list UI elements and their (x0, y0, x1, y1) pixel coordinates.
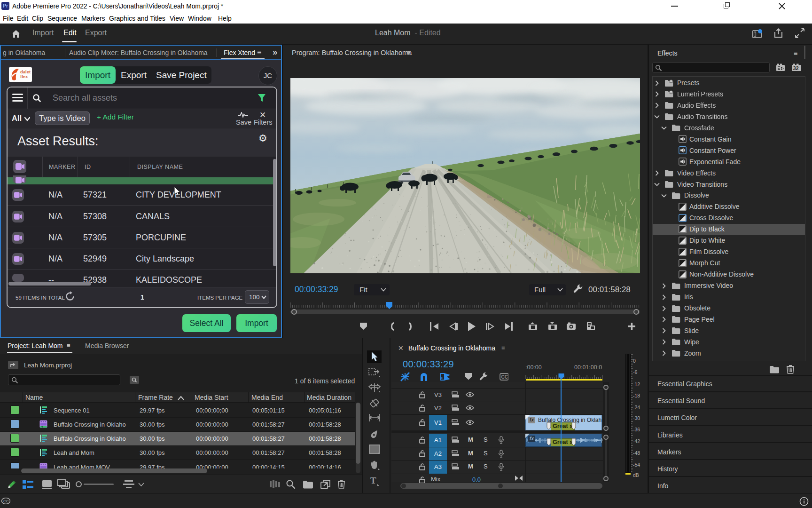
svg-text:T: T (370, 476, 376, 485)
svg-text:CC: CC (501, 374, 508, 380)
svg-text:CC: CC (3, 499, 9, 503)
svg-text:c: c (441, 375, 444, 380)
svg-text:32: 32 (793, 65, 799, 71)
